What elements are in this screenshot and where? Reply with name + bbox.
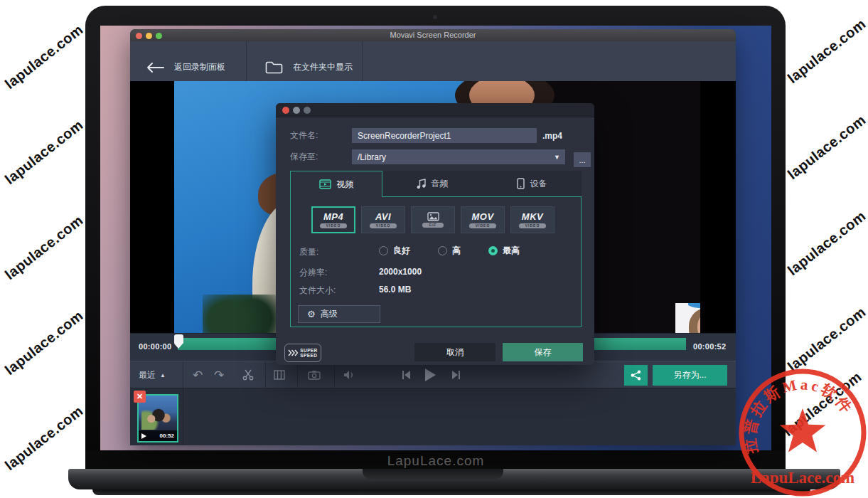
dialog-close-button[interactable] [282, 107, 289, 114]
browse-button[interactable]: ... [574, 152, 591, 167]
toolbar-divider [297, 361, 298, 388]
timeline-playhead[interactable] [174, 334, 183, 344]
file-name-input[interactable]: ScreenRecorderProject1 [352, 128, 537, 143]
snapshot-icon[interactable] [308, 370, 321, 380]
save-as-button[interactable]: 另存为... [653, 365, 727, 386]
undo-icon[interactable]: ↶ [193, 368, 203, 383]
quality-good-radio[interactable]: 良好 [379, 245, 410, 257]
advanced-button[interactable]: ⚙ 高级 [298, 305, 380, 323]
quality-good-label: 良好 [393, 245, 410, 257]
thumbnail-duration: 00:52 [160, 433, 174, 439]
format-mkv-button[interactable]: MKV VIDEO [510, 206, 554, 233]
gear-icon: ⚙ [307, 309, 316, 319]
format-gif-badge: GIF [422, 223, 443, 228]
dialog-minimize-button[interactable] [293, 107, 300, 114]
quality-label: 质量: [299, 246, 318, 258]
format-gif-button[interactable]: GIF [411, 206, 455, 233]
save-to-label: 保存至: [290, 151, 352, 163]
dialog-zoom-button[interactable] [304, 107, 311, 114]
thumbnail-image [141, 406, 174, 430]
save-to-dropdown[interactable]: /Library ▼ [352, 149, 565, 164]
watermark-text: lapulace.com [2, 403, 87, 474]
format-mkv-badge: VIDEO [519, 223, 547, 228]
share-button[interactable] [624, 365, 648, 386]
watermark-text: lapulace.com [785, 208, 868, 279]
audio-tab-icon [417, 179, 426, 189]
tab-video-label: 视频 [337, 179, 354, 191]
skip-back-icon[interactable] [402, 370, 411, 380]
watermark-text: lapulace.com [2, 21, 87, 92]
skip-forward-icon[interactable] [451, 370, 461, 380]
quality-high-radio[interactable]: 高 [438, 245, 461, 257]
cancel-button[interactable]: 取消 [414, 343, 495, 361]
play-icon[interactable] [425, 369, 436, 381]
format-mp4-button[interactable]: MP4 VIDEO [311, 206, 355, 233]
watermark-footer: LapuLace.com [387, 453, 485, 469]
file-extension: .mp4 [542, 131, 562, 141]
dropdown-caret-icon: ▼ [554, 154, 560, 161]
webcam-umbrella [688, 303, 700, 309]
timeline-total-time: 00:00:52 [693, 342, 726, 351]
watermark-text: lapulace.com [785, 16, 868, 87]
filesize-label: 文件大小: [299, 285, 336, 297]
thumbnail-play-icon [141, 433, 146, 439]
toolbar-divider [265, 361, 266, 388]
file-name-label: 文件名: [290, 129, 352, 142]
superspeed-chevrons-icon [288, 349, 298, 356]
video-tab-content: MP4 VIDEO AVI VIDEO GIF MOV VIDEO MKV [290, 197, 582, 327]
superspeed-label: SUPERSPEED [300, 348, 317, 358]
radio-selected-icon [488, 246, 498, 255]
laptop-base [68, 469, 840, 489]
webcam-overlay [675, 303, 700, 333]
recent-dropdown[interactable]: 最近 ▲ [139, 361, 166, 388]
quality-high-label: 高 [452, 245, 461, 257]
back-button-label: 返回录制面板 [174, 61, 225, 73]
laptop-camera [433, 15, 437, 19]
site-stamp: 拉普拉斯Mac软件 LapuLace.com [736, 366, 868, 498]
watermark-text: lapulace.com [2, 307, 87, 378]
format-avi-label: AVI [375, 211, 391, 222]
superspeed-badge: SUPERSPEED [284, 344, 321, 362]
stamp-star [780, 408, 826, 452]
save-button[interactable]: 保存 [503, 343, 583, 361]
watermark-text: lapulace.com [2, 212, 87, 283]
share-icon [631, 370, 641, 381]
format-mp4-label: MP4 [323, 211, 343, 222]
format-avi-button[interactable]: AVI VIDEO [361, 206, 405, 233]
format-tabs: 视频 音频 设备 [290, 171, 582, 197]
laptop-base-edge [92, 489, 810, 495]
stamp-bottom-text: LapuLace.com [751, 469, 854, 487]
quality-highest-radio[interactable]: 最高 [488, 245, 520, 257]
volume-icon[interactable] [343, 370, 355, 380]
format-mov-button[interactable]: MOV VIDEO [461, 206, 505, 233]
gif-image-icon [427, 212, 439, 221]
redo-icon[interactable]: ↷ [214, 368, 224, 383]
frames-icon[interactable] [274, 370, 285, 380]
tab-audio[interactable]: 音频 [382, 171, 482, 197]
format-mkv-label: MKV [522, 211, 543, 222]
watermark-text: lapulace.com [785, 304, 868, 375]
watermark-text: lapulace.com [785, 112, 868, 183]
resolution-label: 分辨率: [299, 267, 327, 279]
tab-device[interactable]: 设备 [482, 171, 582, 197]
format-mov-badge: VIDEO [469, 223, 497, 228]
quality-highest-label: 最高 [503, 245, 520, 257]
toolbar-divider [183, 361, 183, 388]
cut-icon[interactable] [242, 369, 254, 381]
radio-icon [438, 246, 447, 255]
strip-divider [183, 388, 183, 445]
radio-icon [379, 246, 388, 255]
recent-recordings-strip: ✕ 00:52 [130, 388, 736, 445]
tab-device-label: 设备 [530, 178, 547, 190]
format-mp4-badge: VIDEO [320, 223, 348, 228]
delete-recording-button[interactable]: ✕ [134, 391, 146, 403]
recent-label: 最近 [139, 369, 156, 381]
show-in-folder-label: 在文件夹中显示 [293, 61, 353, 73]
folder-icon [265, 61, 283, 74]
save-to-value: /Library [358, 152, 386, 162]
laptop-notch [363, 469, 503, 480]
resolution-value: 2000x1000 [379, 267, 422, 277]
tab-video[interactable]: 视频 [290, 171, 382, 197]
filesize-value: 56.0 MB [379, 285, 411, 295]
save-dialog: 文件名: ScreenRecorderProject1 .mp4 保存至: /L… [276, 103, 594, 365]
